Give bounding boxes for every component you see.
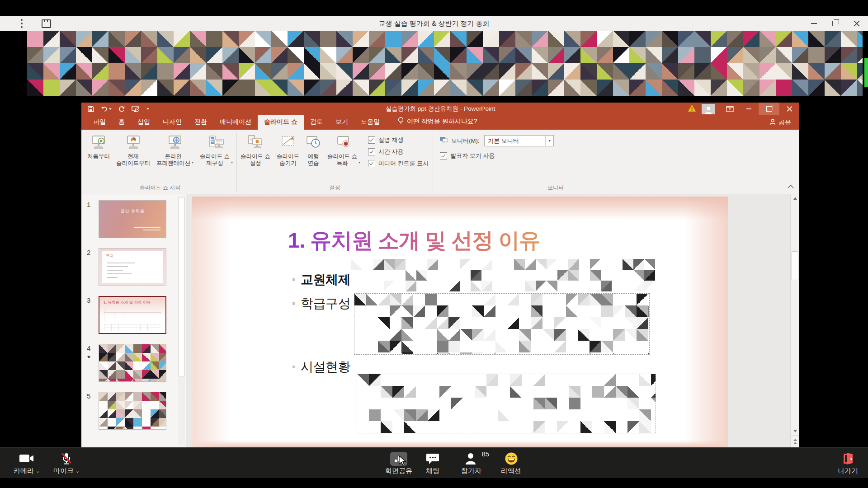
- scrollbar-thumb[interactable]: [792, 251, 798, 280]
- participants-label: 참가자: [461, 467, 481, 475]
- qat-customize-caret-icon[interactable]: [146, 108, 149, 110]
- bullet-marker-icon: [292, 366, 295, 368]
- ppt-close-button[interactable]: [779, 103, 799, 115]
- meeting-window-title: 교생 실습 평가회 & 상반기 정기 총회: [0, 19, 868, 28]
- participants-icon: 85: [465, 451, 478, 466]
- tab-review[interactable]: 검토: [304, 115, 329, 130]
- slide-thumbnail-2[interactable]: 목차: [99, 248, 166, 286]
- custom-slideshow-button[interactable]: 슬라이드 쇼 재구성▾: [197, 131, 236, 183]
- window-layout-icon[interactable]: [42, 19, 51, 28]
- thumbnail-scrollbar-thumb[interactable]: [179, 197, 184, 376]
- kebab-menu-icon[interactable]: [21, 18, 23, 29]
- show-media-controls-checkbox[interactable]: 미디어 컨트롤 표시: [368, 160, 429, 168]
- slide-thumbnail-4-censored[interactable]: [99, 344, 166, 382]
- participants-button[interactable]: 85 참가자: [461, 451, 481, 475]
- dropdown-caret-icon: ▾: [192, 159, 193, 166]
- slide-thumbnail-3-selected[interactable]: 1. 유치원 소개 및 선정 이유: [99, 296, 166, 334]
- ppt-restore-button[interactable]: [759, 103, 779, 115]
- scroll-down-arrow[interactable]: [791, 427, 799, 435]
- use-timings-checkbox[interactable]: 시간 사용: [368, 148, 429, 156]
- censored-text-region: [351, 259, 655, 291]
- slide-scrollbar[interactable]: [790, 194, 799, 447]
- chat-button[interactable]: 채팅: [426, 451, 439, 475]
- leave-meeting-button[interactable]: 나가기: [838, 451, 858, 475]
- tab-file[interactable]: 파일: [87, 115, 112, 130]
- account-avatar[interactable]: [702, 104, 715, 114]
- rehearse-timings-button[interactable]: 예행 연습: [302, 131, 324, 183]
- thumb2-line: [107, 263, 135, 263]
- thumb1-title: 경산 유치원: [99, 208, 166, 214]
- start-slideshow-icon[interactable]: [132, 106, 140, 113]
- hide-slide-button[interactable]: 슬라이드 숨기기: [274, 131, 302, 183]
- rehearse-timings-label: 예행 연습: [308, 153, 319, 167]
- ribbon-separator: [236, 132, 237, 192]
- select-caret-icon[interactable]: ▾: [545, 136, 553, 146]
- undo-button[interactable]: [101, 106, 112, 112]
- present-online-button[interactable]: 온라인 프레젠테이션▾: [153, 131, 197, 183]
- reactions-button[interactable]: 리액션: [501, 451, 521, 475]
- minimize-button[interactable]: [811, 23, 817, 24]
- collapse-ribbon-icon[interactable]: [788, 182, 794, 190]
- tab-transitions[interactable]: 전환: [188, 115, 213, 130]
- setup-slideshow-button[interactable]: 슬라이드 쇼 설정: [237, 131, 274, 183]
- ribbon-display-options-icon[interactable]: [721, 103, 739, 115]
- thumbnail-scrollbar[interactable]: [178, 196, 185, 446]
- thumb2-card: 목차: [102, 251, 163, 283]
- slide-bullet-facility-status[interactable]: 시설현황: [292, 358, 350, 375]
- participant-video-strip[interactable]: [27, 31, 863, 96]
- redo-icon[interactable]: [118, 106, 125, 112]
- tab-animations[interactable]: 애니메이션: [213, 115, 258, 130]
- tab-home[interactable]: 홈: [112, 115, 131, 130]
- scroll-up-arrow[interactable]: [791, 194, 799, 202]
- quick-access-toolbar: [88, 106, 149, 113]
- tab-view[interactable]: 보기: [329, 115, 354, 130]
- restore-button[interactable]: [832, 21, 838, 26]
- slide-thumbnail-1[interactable]: 경산 유치원: [99, 200, 166, 238]
- custom-slideshow-label: 슬라이드 쇼 재구성: [200, 153, 230, 167]
- undo-dropdown-caret-icon[interactable]: [109, 108, 112, 110]
- slide-number: 1: [85, 200, 99, 238]
- play-narrations-checkbox[interactable]: 설명 재생: [368, 136, 429, 144]
- censored-table-region[interactable]: [354, 293, 650, 355]
- microphone-dropdown-chevron-icon[interactable]: ⌄: [75, 468, 80, 474]
- slide-thumbnail-5-censored[interactable]: [99, 392, 166, 430]
- from-beginning-button[interactable]: 처음부터: [84, 131, 113, 183]
- ribbon-group-start-slideshow: 처음부터 현재 슬라이드부터 온라인 프레젠테이션▾ 슬라이드 쇼 재구성▾ 슬…: [84, 131, 236, 194]
- use-presenter-view-checkbox[interactable]: 발표자 보기 사용: [440, 152, 675, 160]
- share-button[interactable]: 공유: [769, 118, 791, 127]
- censored-table-region[interactable]: [357, 374, 656, 433]
- camera-button[interactable]: 카메라⌄: [14, 451, 40, 475]
- meeting-title-bar: 교생 실습 평가회 & 상반기 정기 총회: [0, 16, 868, 31]
- ribbon-tab-bar: 파일 홈 삽입 디자인 전환 애니메이션 슬라이드 쇼 검토 보기 도움말 어떤…: [81, 115, 799, 130]
- group-label-monitors: 모니터: [434, 183, 678, 194]
- slide-bullet-class-composition[interactable]: 학급구성: [292, 295, 350, 312]
- previous-slide-button[interactable]: [791, 435, 799, 447]
- setup-checkboxes: 설명 재생 시간 사용 미디어 컨트롤 표시: [363, 131, 432, 183]
- powerpoint-window: 실습평가회 ppt 경산유치원 - PowerPoint 파일 홈 삽입 디자인…: [81, 103, 799, 447]
- scrollbar-track[interactable]: [791, 202, 799, 427]
- ppt-minimize-button[interactable]: [739, 103, 759, 115]
- slide-bullet-teacher-system[interactable]: 교원체제: [292, 271, 350, 288]
- hide-slide-label: 슬라이드 숨기기: [277, 153, 299, 167]
- present-online-label: 온라인 프레젠테이션: [156, 153, 190, 167]
- setup-slideshow-label: 슬라이드 쇼 설정: [241, 153, 270, 167]
- from-current-slide-button[interactable]: 현재 슬라이드부터: [113, 131, 153, 183]
- camera-dropdown-chevron-icon[interactable]: ⌄: [36, 468, 40, 474]
- from-beginning-label: 처음부터: [87, 153, 110, 160]
- close-button[interactable]: [854, 20, 860, 27]
- tab-slideshow[interactable]: 슬라이드 쇼: [258, 115, 304, 130]
- screen-share-button[interactable]: 화면공유: [385, 451, 412, 475]
- slide-number: 3: [85, 296, 99, 334]
- tab-insert[interactable]: 삽입: [131, 115, 156, 130]
- tab-design[interactable]: 디자인: [156, 115, 188, 130]
- record-slideshow-button[interactable]: 슬라이드 쇼 녹화▾: [324, 131, 363, 183]
- microphone-button[interactable]: 마이크⌄: [53, 451, 80, 475]
- slide-title-text[interactable]: 1. 유치원 소개 및 선정 이유: [288, 226, 540, 255]
- warning-icon[interactable]: [688, 104, 696, 114]
- checkbox-icon: [368, 136, 375, 144]
- monitor-select[interactable]: 기본 모니터 ▾: [484, 135, 554, 146]
- save-icon[interactable]: [88, 106, 94, 112]
- screen-share-icon: [390, 452, 407, 466]
- tab-help[interactable]: 도움말: [354, 115, 386, 130]
- tell-me-box[interactable]: 어떤 작업을 원하시나요?: [398, 117, 477, 130]
